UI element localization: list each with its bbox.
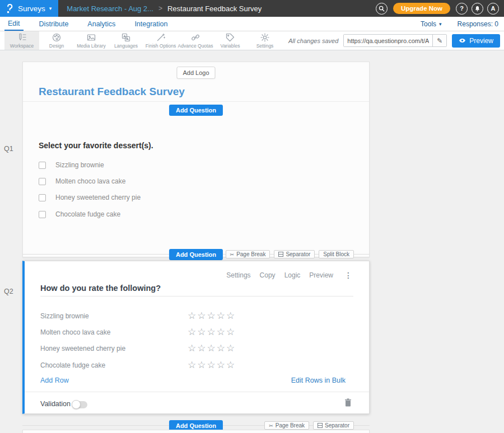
tools-menu[interactable]: Tools ▾ — [421, 20, 442, 28]
star-icon[interactable]: ☆ — [197, 360, 206, 370]
preview-button[interactable]: Preview — [452, 34, 500, 48]
app-menu-label: Surveys — [18, 4, 45, 13]
star-icon[interactable]: ☆ — [207, 360, 216, 370]
subnav-right: Tools ▾ Responses: 0 — [421, 17, 498, 31]
toolbar-item-advance-quotas[interactable]: Advance Quotas — [178, 31, 213, 50]
chevron-down-icon: ▾ — [439, 21, 442, 27]
checkbox[interactable] — [39, 211, 46, 218]
rating-row: Sizzling brownie ☆☆☆☆☆ — [40, 310, 353, 322]
survey-url-input[interactable] — [344, 35, 432, 46]
responses-link[interactable]: Responses: 0 — [458, 20, 498, 28]
q1-option-row[interactable]: Chocolate fudge cake — [39, 210, 120, 218]
scissors-icon: ✂ — [230, 252, 235, 257]
star-icon[interactable]: ☆ — [197, 343, 206, 354]
search-button[interactable] — [376, 3, 388, 15]
page-break-button[interactable]: ✂ Page Break — [226, 250, 270, 258]
split-block-button[interactable]: Split Block — [319, 250, 354, 258]
tag-icon — [225, 32, 235, 43]
app-menu-surveys[interactable]: Surveys ▾ — [0, 0, 58, 17]
separator-button[interactable]: Separator — [313, 421, 354, 430]
star-rating: ☆☆☆☆☆ — [188, 327, 235, 337]
toolbar-item-workspace[interactable]: Workspace — [4, 31, 39, 50]
checkbox[interactable] — [39, 178, 46, 185]
question-number-q2: Q2 — [4, 288, 13, 295]
checkbox[interactable] — [39, 194, 46, 201]
q2-question-text[interactable]: How do you rate the following? — [40, 284, 161, 293]
star-icon[interactable]: ☆ — [226, 327, 235, 337]
star-rating: ☆☆☆☆☆ — [188, 311, 235, 321]
star-icon[interactable]: ☆ — [217, 343, 225, 354]
star-icon[interactable]: ☆ — [207, 327, 216, 337]
insert-question-row-mid: Add Question ✂ Page Break Separator Spli… — [22, 249, 370, 259]
survey-url-box: ✎ — [343, 34, 447, 47]
tab-distribute[interactable]: Distribute — [36, 17, 72, 31]
star-icon[interactable]: ☆ — [226, 311, 235, 321]
q2-question-block-selected[interactable]: Settings Copy Logic Preview ⋮ How do you… — [22, 261, 370, 414]
avatar[interactable]: A — [487, 3, 499, 15]
star-icon[interactable]: ☆ — [197, 311, 206, 321]
magic-wand-icon — [156, 32, 166, 43]
notifications-button[interactable] — [472, 3, 483, 15]
star-icon[interactable]: ☆ — [217, 360, 225, 370]
star-icon[interactable]: ☆ — [226, 360, 235, 370]
insert-actions-bottom: ✂ Page Break Separator — [264, 421, 354, 430]
insert-actions-mid: ✂ Page Break Separator Split Block — [226, 250, 354, 258]
star-icon[interactable]: ☆ — [217, 311, 225, 321]
separator-icon — [318, 423, 323, 428]
separator-button[interactable]: Separator — [274, 250, 315, 258]
delete-question-button[interactable] — [344, 398, 352, 408]
breadcrumb-current: Restaurant Feedback Survey — [167, 4, 262, 13]
toolbar-item-finish-options[interactable]: Finish Options — [143, 31, 178, 50]
star-icon[interactable]: ☆ — [188, 343, 196, 354]
translate-icon — [121, 32, 131, 43]
edit-rows-in-bulk-link[interactable]: Edit Rows in Bulk — [291, 376, 346, 384]
page-break-button[interactable]: ✂ Page Break — [264, 421, 309, 430]
toolbar-item-settings[interactable]: Settings — [248, 31, 282, 50]
tab-integration[interactable]: Integration — [131, 17, 171, 31]
q1-option-row[interactable]: Molten choco lava cake — [39, 177, 125, 185]
upgrade-now-button[interactable]: Upgrade Now — [393, 3, 450, 14]
question-number-q1: Q1 — [4, 145, 13, 153]
bell-icon — [474, 6, 480, 12]
survey-header-block: Add Logo Restaurant Feedback Survey Add … — [22, 62, 370, 257]
edit-url-button[interactable]: ✎ — [432, 35, 446, 46]
star-icon[interactable]: ☆ — [207, 311, 216, 321]
survey-canvas: Q1 Q2 Add Logo Restaurant Feedback Surve… — [0, 50, 504, 433]
tab-analytics[interactable]: Analytics — [84, 17, 119, 31]
star-icon[interactable]: ☆ — [226, 343, 235, 354]
q1-option-row[interactable]: Sizzling brownie — [39, 161, 104, 169]
validation-toggle-off[interactable] — [72, 401, 87, 408]
q1-option-row[interactable]: Honey sweetened cherry pie — [39, 194, 141, 201]
q1-question-text[interactable]: Select your favorite dessert(s). — [39, 141, 153, 150]
toolbar-item-languages[interactable]: Languages — [109, 31, 143, 50]
help-button[interactable]: ? — [456, 3, 468, 15]
add-row-link[interactable]: Add Row — [40, 376, 69, 384]
star-icon[interactable]: ☆ — [207, 343, 216, 354]
add-question-button-mid[interactable]: Add Question — [169, 249, 223, 260]
add-logo-button[interactable]: Add Logo — [176, 67, 215, 79]
survey-title[interactable]: Restaurant Feedback Survey — [39, 86, 185, 98]
next-block-stub — [22, 430, 370, 433]
toolbar-item-design[interactable]: Design — [39, 31, 74, 50]
kebab-menu-icon[interactable]: ⋮ — [344, 271, 352, 280]
separator-icon — [278, 252, 283, 257]
chevron-down-icon: ▾ — [49, 6, 52, 11]
star-rating: ☆☆☆☆☆ — [188, 360, 235, 370]
star-icon[interactable]: ☆ — [197, 327, 206, 337]
checkbox[interactable] — [39, 162, 46, 169]
q2-settings-action[interactable]: Settings — [226, 271, 250, 279]
q2-copy-action[interactable]: Copy — [260, 271, 276, 279]
scissors-icon: ✂ — [269, 423, 273, 429]
breadcrumb-parent[interactable]: Market Research - Aug 2... — [67, 4, 153, 13]
star-icon[interactable]: ☆ — [188, 311, 196, 321]
star-icon[interactable]: ☆ — [217, 327, 225, 337]
toolbar-item-media-library[interactable]: Media Library — [74, 31, 109, 50]
q2-logic-action[interactable]: Logic — [284, 271, 301, 279]
tab-edit[interactable]: Edit — [4, 17, 24, 31]
add-question-button-top[interactable]: Add Question — [169, 105, 223, 116]
star-icon[interactable]: ☆ — [188, 360, 196, 370]
divider — [40, 296, 353, 296]
q2-preview-action[interactable]: Preview — [309, 271, 333, 279]
star-icon[interactable]: ☆ — [188, 327, 196, 337]
toolbar-item-variables[interactable]: Variables — [213, 31, 248, 50]
